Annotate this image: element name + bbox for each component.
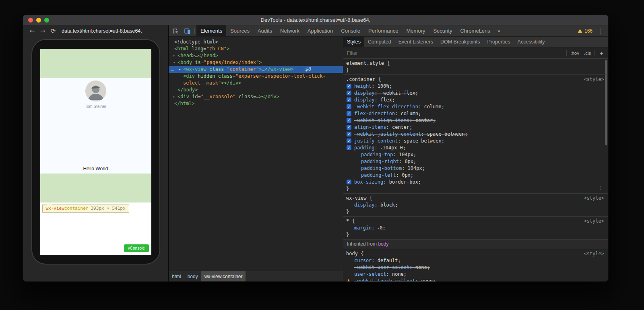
rule-menu-icon[interactable]: ⋮ — [598, 185, 603, 191]
tab-audits[interactable]: Audits — [254, 25, 276, 36]
address-bar[interactable]: data:text/html;charset=utf-8;base64, — [62, 28, 142, 34]
expand-arrow-icon[interactable]: ▸ — [173, 93, 175, 100]
css-declaration[interactable]: ✓height: 100%; — [343, 83, 608, 90]
css-property-name[interactable]: -webkit-user-select — [354, 265, 409, 270]
sidebar-tab-properties[interactable]: Properties — [484, 37, 514, 47]
css-property-value[interactable]: center; — [415, 118, 436, 123]
css-property-name[interactable]: display — [354, 202, 375, 208]
css-property-name[interactable]: margin — [354, 225, 372, 231]
css-selector[interactable]: * {<style> — [343, 218, 608, 225]
pseudo-state-toggle[interactable]: :hov — [568, 51, 582, 56]
css-declaration[interactable]: ✓-webkit-justify-content: space-between; — [343, 131, 608, 138]
css-property-value[interactable]: 0px; — [402, 172, 413, 178]
console-error-badge[interactable]: 166 — [578, 28, 592, 34]
css-property-name[interactable]: height — [354, 83, 372, 89]
sidebar-tab-dom-breakpoints[interactable]: DOM Breakpoints — [437, 37, 484, 47]
stylesheet-link[interactable]: <style> — [584, 218, 604, 225]
css-declaration[interactable]: ✓display: flex; — [343, 97, 608, 103]
toolbar-menu-icon[interactable]: ⋮ — [593, 27, 608, 35]
property-checkbox[interactable]: ✓ — [347, 91, 351, 95]
css-property-value[interactable]: none; — [421, 278, 436, 281]
new-style-rule-button[interactable]: + — [596, 50, 608, 56]
dom-tree-node[interactable]: </html> — [169, 100, 343, 107]
breadcrumb-item[interactable]: html — [169, 271, 184, 281]
stylesheet-link[interactable]: <style> — [584, 195, 604, 202]
css-selector[interactable]: body {<style> — [343, 250, 608, 257]
property-checkbox[interactable]: ✓ — [347, 111, 351, 116]
css-declaration[interactable]: -webkit-user-select: none; — [343, 264, 608, 271]
dom-tree-node[interactable]: select--mask"></div> — [169, 80, 343, 87]
vconsole-button[interactable]: vConsole — [124, 244, 149, 252]
css-property-value[interactable]: 104px; — [408, 165, 425, 171]
css-property-value[interactable]: 100%; — [378, 83, 392, 89]
forward-button[interactable]: → — [37, 27, 48, 35]
property-checkbox[interactable]: ✓ — [347, 132, 351, 136]
css-property-value[interactable]: -webkit-flex; — [380, 90, 418, 96]
css-property-value[interactable]: 104px 0; — [382, 145, 406, 151]
property-checkbox[interactable]: ✓ — [347, 84, 351, 89]
css-declaration[interactable]: ✓display: -webkit-flex; — [343, 90, 608, 97]
css-declaration[interactable]: margin: ▸0; — [343, 225, 608, 231]
css-property-value[interactable]: column; — [424, 104, 444, 110]
css-property-value[interactable]: block; — [380, 202, 398, 208]
css-declaration[interactable]: ✓justify-content: space-between; — [343, 138, 608, 145]
expand-arrow-icon[interactable]: ▸ — [179, 66, 181, 73]
css-property-name[interactable]: padding-top — [361, 152, 393, 157]
tab-network[interactable]: Network — [276, 25, 303, 36]
reload-button[interactable]: ⟳ — [48, 27, 58, 35]
property-checkbox[interactable]: ✓ — [347, 145, 351, 150]
css-selector[interactable]: element.style { — [343, 60, 608, 67]
css-property-name[interactable]: user-select — [354, 271, 386, 277]
tab-sources[interactable]: Sources — [226, 25, 254, 36]
zoom-window-button[interactable] — [44, 18, 49, 23]
back-button[interactable]: ← — [27, 27, 37, 35]
dom-tree-node[interactable]: …▸<wx-view class="container">…</wx-view>… — [169, 66, 343, 73]
dom-tree-node[interactable]: <html lang="zh-CN"> — [169, 45, 343, 52]
more-tabs-button[interactable]: » — [494, 28, 504, 34]
css-property-name[interactable]: padding — [354, 145, 375, 151]
tab-elements[interactable]: Elements — [196, 25, 226, 36]
css-selector[interactable]: wx-view {<style> — [343, 195, 608, 202]
css-property-name[interactable]: padding-left — [361, 172, 396, 178]
property-checkbox[interactable]: ✓ — [347, 97, 351, 102]
css-property-value[interactable]: none; — [415, 265, 430, 270]
css-property-name[interactable]: -webkit-flex-direction — [354, 104, 418, 110]
inspect-element-icon[interactable] — [170, 26, 181, 36]
css-declaration[interactable]: ✓padding: ▾104px 0; — [343, 145, 608, 151]
css-property-name[interactable]: display — [354, 90, 375, 96]
css-property-value[interactable]: 0px; — [405, 159, 416, 164]
css-declaration[interactable]: user-select: none; — [343, 271, 608, 278]
class-toggle[interactable]: .cls — [582, 51, 593, 56]
css-property-value[interactable]: space-between; — [404, 138, 444, 144]
sidebar-tab-computed[interactable]: Computed — [364, 37, 395, 47]
inherited-from-link[interactable]: body — [378, 241, 388, 247]
css-declaration[interactable]: padding-left: 0px; — [343, 172, 608, 179]
sidebar-tab-styles[interactable]: Styles — [343, 37, 364, 47]
sidebar-tab-accessibility[interactable]: Accessibility — [514, 37, 549, 47]
css-property-name[interactable]: -webkit-align-items — [354, 118, 409, 123]
css-declaration[interactable]: display: block; — [343, 202, 608, 209]
expand-arrow-icon[interactable]: ▸ — [173, 52, 175, 59]
css-property-value[interactable]: center; — [392, 124, 413, 130]
css-declaration[interactable]: padding-bottom: 104px; — [343, 165, 608, 172]
dom-tree-node[interactable]: ▾<body is="pages/index/index"> — [169, 59, 343, 66]
css-property-name[interactable]: justify-content — [354, 138, 398, 144]
css-declaration[interactable]: cursor: default; — [343, 257, 608, 264]
css-property-name[interactable]: flex-direction — [354, 111, 395, 116]
css-property-name[interactable]: display — [354, 97, 375, 103]
dom-tree-node[interactable]: ▸<head>…</head> — [169, 52, 343, 59]
device-toolbar-icon[interactable] — [182, 26, 193, 36]
css-declaration[interactable]: ✓align-items: center; — [343, 124, 608, 131]
property-checkbox[interactable]: ✓ — [347, 104, 351, 109]
dom-tree-node[interactable]: <div hidden class="exparser-inspector-to… — [169, 73, 343, 80]
css-property-name[interactable]: -webkit-touch-callout — [354, 278, 415, 281]
css-property-name[interactable]: padding-right — [361, 159, 399, 164]
css-declaration[interactable]: padding-right: 0px; — [343, 158, 608, 165]
css-property-name[interactable]: -webkit-justify-content — [354, 131, 421, 137]
css-declaration[interactable]: ✓-webkit-flex-direction: column; — [343, 103, 608, 110]
css-property-value[interactable]: column; — [401, 111, 421, 116]
css-property-value[interactable]: default; — [378, 258, 401, 263]
css-property-value[interactable]: space-between; — [427, 131, 468, 137]
css-property-value[interactable]: 104px; — [399, 152, 416, 157]
sidebar-tab-event-listeners[interactable]: Event Listeners — [395, 37, 437, 47]
